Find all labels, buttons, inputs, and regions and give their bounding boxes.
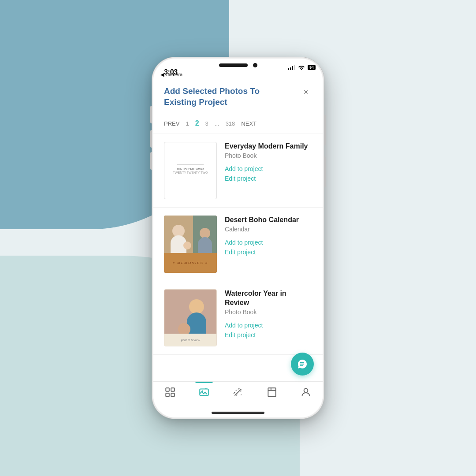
battery-label: 94 xyxy=(308,65,316,70)
project-info: Watercolor Year in Review Photo Book Add… xyxy=(225,289,312,341)
project-item: THE HARPER FAMILY TWENTY TWENTY TWO Ever… xyxy=(153,134,323,208)
project-name: Watercolor Year in Review xyxy=(225,289,312,308)
home-icon xyxy=(164,386,176,398)
projects-list: THE HARPER FAMILY TWENTY TWENTY TWO Ever… xyxy=(153,134,323,417)
prev-button[interactable]: PREV xyxy=(164,120,179,127)
phone-frame: 3:03 ◀ Camera 94 xyxy=(152,57,324,419)
svg-rect-3 xyxy=(171,393,175,397)
edit-project-button[interactable]: Edit project xyxy=(225,249,312,256)
page-ellipsis: ... xyxy=(215,120,219,127)
back-button[interactable]: ◀ Camera xyxy=(160,72,182,78)
svg-rect-1 xyxy=(171,388,175,391)
modal-title: Add Selected Photos To Existing Project xyxy=(164,86,300,108)
magic-icon xyxy=(232,386,244,398)
project-item: year in review Watercolor Year in Review… xyxy=(153,281,323,355)
add-to-project-button[interactable]: Add to project xyxy=(225,165,312,172)
close-button[interactable]: × xyxy=(300,86,312,98)
project-info: Everyday Modern Family Photo Book Add to… xyxy=(225,142,312,185)
pagination: PREV 1 2 3 ... 318 NEXT xyxy=(153,113,323,134)
book-icon xyxy=(266,386,278,398)
battery-indicator: 94 xyxy=(308,65,316,70)
page-318[interactable]: 318 xyxy=(226,120,235,127)
photos-icon xyxy=(198,386,210,398)
home-bar xyxy=(212,412,264,414)
profile-icon xyxy=(300,386,312,398)
svg-point-7 xyxy=(236,390,237,391)
modal-header: Add Selected Photos To Existing Project … xyxy=(153,81,323,113)
nav-photos[interactable] xyxy=(198,386,210,398)
status-bar: 3:03 ◀ Camera 94 xyxy=(153,59,323,81)
screen-content: Add Selected Photos To Existing Project … xyxy=(153,81,323,417)
add-to-project-button[interactable]: Add to project xyxy=(225,322,312,329)
thumbnail-photo xyxy=(164,290,216,334)
project-type: Photo Book xyxy=(225,309,312,316)
project-name: Desert Boho Calendar xyxy=(225,216,312,225)
project-thumbnail: THE HARPER FAMILY TWENTY TWENTY TWO xyxy=(164,142,217,199)
phone-screen: 3:03 ◀ Camera 94 xyxy=(153,59,323,417)
svg-rect-8 xyxy=(268,388,275,397)
project-item: « MEMORIES » Desert Boho Calendar Calend… xyxy=(153,208,323,281)
project-info: Desert Boho Calendar Calendar Add to pro… xyxy=(225,216,312,258)
svg-point-11 xyxy=(304,388,308,392)
phone-wrapper: 3:03 ◀ Camera 94 xyxy=(152,57,324,419)
notch xyxy=(209,59,267,72)
nav-magic[interactable] xyxy=(232,386,244,398)
nav-home[interactable] xyxy=(164,386,176,398)
project-type: Photo Book xyxy=(225,152,312,159)
bottom-nav xyxy=(153,381,323,417)
page-3[interactable]: 3 xyxy=(205,120,208,127)
add-to-project-button[interactable]: Add to project xyxy=(225,239,312,246)
project-type: Calendar xyxy=(225,226,312,233)
signal-icon xyxy=(288,65,295,70)
thumbnail-label: year in review xyxy=(164,334,216,346)
nav-book[interactable] xyxy=(266,386,278,398)
notch-pill xyxy=(219,63,248,67)
svg-rect-0 xyxy=(166,388,170,391)
project-name: Everyday Modern Family xyxy=(225,142,312,151)
project-thumbnail: « MEMORIES » xyxy=(164,216,217,273)
svg-line-6 xyxy=(234,389,241,395)
page-1[interactable]: 1 xyxy=(186,120,189,127)
next-button[interactable]: NEXT xyxy=(241,120,257,127)
thumbnail-content: THE HARPER FAMILY TWENTY TWENTY TWO xyxy=(170,160,212,181)
edit-project-button[interactable]: Edit project xyxy=(225,331,312,338)
project-thumbnail: year in review xyxy=(164,289,217,346)
chat-fab[interactable] xyxy=(291,353,314,376)
page-2-active[interactable]: 2 xyxy=(195,119,199,127)
notch-camera xyxy=(253,63,257,67)
nav-profile[interactable] xyxy=(300,386,312,398)
edit-project-button[interactable]: Edit project xyxy=(225,175,312,182)
wifi-icon xyxy=(298,65,305,70)
status-icons: 94 xyxy=(288,65,316,70)
calendar-label: « MEMORIES » xyxy=(173,261,208,265)
svg-rect-2 xyxy=(166,393,170,397)
